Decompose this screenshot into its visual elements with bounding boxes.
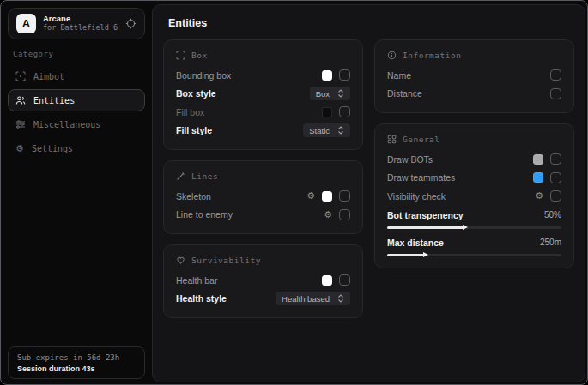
survivability-card-title: Survivability [191, 256, 261, 265]
chevrons-up-down-icon [337, 126, 344, 135]
fill-box-checkbox[interactable] [339, 106, 350, 117]
sidebar-item-label: Miscellaneous [33, 120, 100, 129]
line-to-enemy-label: Line to enemy [176, 209, 233, 220]
draw-teammates-color-swatch[interactable] [533, 172, 543, 183]
lines-card: Lines Skeleton ⚙ Line to enemy ⚙ [163, 160, 363, 234]
page-title: Entities [153, 5, 585, 36]
fill-style-row: Fill style Static [176, 122, 350, 141]
fill-style-label: Fill style [176, 125, 212, 135]
name-label: Name [387, 70, 411, 81]
line-to-enemy-settings-gear-icon[interactable]: ⚙ [324, 210, 332, 220]
skeleton-row: Skeleton ⚙ [176, 187, 350, 206]
health-bar-label: Health bar [176, 275, 217, 286]
health-style-value: Health based [282, 294, 330, 304]
name-checkbox[interactable] [550, 69, 561, 81]
skeleton-checkbox[interactable] [339, 190, 350, 202]
skeleton-settings-gear-icon[interactable]: ⚙ [306, 191, 315, 201]
box-card: Box Bounding box Box style Box [163, 39, 363, 150]
distance-checkbox[interactable] [550, 88, 561, 99]
bounding-box-label: Bounding box [176, 70, 231, 81]
sidebar-item-label: Settings [32, 144, 73, 153]
health-style-label: Health style [176, 293, 227, 304]
sidebar: A Arcane for Battlefield 6 Category [1, 1, 152, 384]
info-icon [387, 51, 397, 60]
grid-icon [387, 135, 397, 144]
bot-transparency-label: Bot transpenency [387, 210, 464, 220]
health-bar-row: Health bar [176, 271, 350, 290]
app-subtitle: for Battlefield 6 [43, 24, 118, 33]
max-distance-value: 250m [540, 238, 561, 247]
draw-bots-checkbox[interactable] [550, 153, 561, 165]
fill-style-dropdown[interactable]: Static [303, 123, 350, 137]
skeleton-label: Skeleton [176, 191, 211, 202]
sidebar-nav: Aimbot Entities Miscella [1, 65, 152, 159]
box-card-title: Box [191, 51, 208, 60]
distance-row: Distance [387, 85, 561, 104]
visibility-check-checkbox[interactable] [550, 190, 561, 202]
draw-teammates-checkbox[interactable] [550, 172, 561, 183]
scan-target-icon [15, 71, 26, 81]
bounding-box-checkbox[interactable] [339, 69, 350, 81]
general-card: General Draw BOTs Draw teammates [374, 123, 574, 268]
max-distance-control: Max distance 250m [387, 235, 561, 256]
chevrons-up-down-icon [337, 294, 344, 303]
health-style-row: Health style Health based [176, 290, 350, 309]
visibility-check-settings-gear-icon[interactable]: ⚙ [535, 191, 543, 201]
app-meta: Arcane for Battlefield 6 [43, 15, 118, 33]
health-bar-color-swatch[interactable] [322, 275, 332, 286]
chevrons-up-down-icon [337, 89, 344, 98]
visibility-check-row: Visibility check ⚙ [387, 187, 561, 206]
draw-bots-color-swatch[interactable] [533, 154, 543, 165]
information-card: Information Name Distance [374, 39, 574, 113]
app-logo-letter: A [22, 17, 30, 30]
sub-expiry-text: Sub expires in 56d 23h [17, 353, 136, 362]
sidebar-item-entities[interactable]: Entities [8, 89, 145, 111]
bot-transparency-control: Bot transpenency 50% [387, 208, 561, 229]
draw-teammates-row: Draw teammates [387, 169, 561, 188]
max-distance-label: Max distance [387, 238, 444, 248]
sidebar-item-miscellaneous[interactable]: Miscellaneous [8, 113, 145, 135]
fill-box-color-swatch[interactable] [322, 107, 332, 117]
name-row: Name [387, 66, 561, 85]
box-style-row: Box style Box [176, 85, 350, 104]
fill-style-value: Static [309, 126, 330, 135]
visibility-check-label: Visibility check [387, 191, 446, 202]
line-to-enemy-checkbox[interactable] [339, 209, 350, 220]
slider-thumb[interactable] [423, 252, 428, 257]
distance-label: Distance [387, 88, 422, 99]
sidebar-item-label: Aimbot [33, 72, 64, 81]
line-to-enemy-row: Line to enemy ⚙ [176, 206, 350, 225]
main-panel: Entities Box Bounding box [152, 4, 585, 382]
sidebar-item-aimbot[interactable]: Aimbot [8, 65, 145, 87]
heart-icon [176, 256, 185, 265]
right-column: Information Name Distance [374, 39, 574, 318]
users-icon [15, 95, 26, 105]
arcane-window: A Arcane for Battlefield 6 Category [0, 0, 588, 385]
skeleton-color-swatch[interactable] [322, 191, 332, 202]
app-header-card: A Arcane for Battlefield 6 [8, 8, 145, 39]
box-corners-icon [176, 51, 185, 60]
bounding-box-row: Bounding box [176, 66, 350, 85]
lines-card-title: Lines [191, 171, 218, 181]
draw-bots-row: Draw BOTs [387, 150, 561, 169]
sliders-icon [15, 119, 26, 129]
crosshair-icon[interactable] [125, 18, 136, 29]
bounding-box-color-swatch[interactable] [322, 70, 332, 81]
session-duration-text: Session duration 43s [17, 364, 136, 373]
app-logo: A [16, 14, 36, 33]
box-style-value: Box [316, 89, 330, 99]
information-card-title: Information [403, 51, 461, 60]
box-style-dropdown[interactable]: Box [310, 87, 350, 100]
sidebar-item-settings[interactable]: ⚙ Settings [8, 137, 145, 159]
box-style-label: Box style [176, 88, 216, 99]
category-label: Category [13, 50, 140, 58]
slider-thumb[interactable] [463, 225, 468, 230]
bot-transparency-slider[interactable] [387, 226, 561, 229]
max-distance-slider[interactable] [387, 254, 561, 256]
subscription-info-card: Sub expires in 56d 23h Session duration … [8, 346, 145, 379]
gear-icon: ⚙ [15, 144, 24, 153]
health-style-dropdown[interactable]: Health based [276, 292, 350, 305]
draw-teammates-label: Draw teammates [387, 172, 455, 183]
health-bar-checkbox[interactable] [339, 274, 350, 286]
sidebar-item-label: Entities [33, 96, 75, 105]
